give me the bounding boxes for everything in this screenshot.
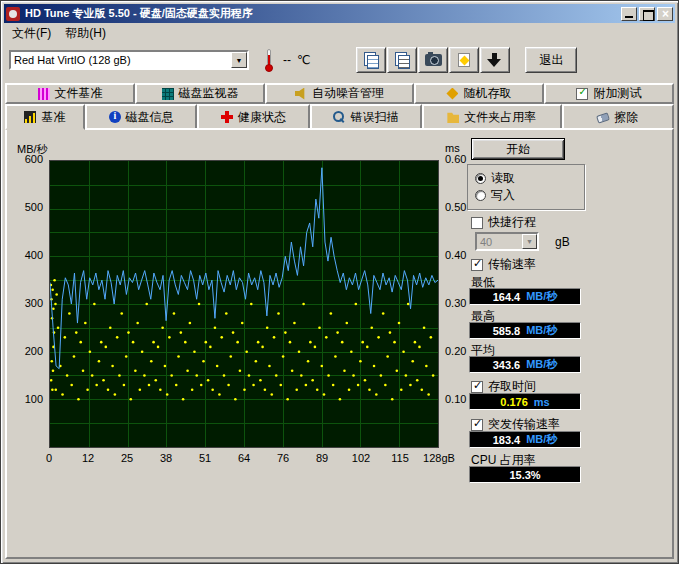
start-button[interactable]: 开始 [471, 138, 565, 160]
checkbox-box [471, 217, 483, 229]
tab-random-access[interactable]: 随机存取 [414, 83, 544, 104]
short-stroke-label: 快捷行程 [488, 214, 536, 231]
avg-speed-value: 343.6 MB/秒 [469, 356, 581, 373]
x-axis-tick: 115 [378, 452, 422, 464]
benchmark-plot [49, 160, 439, 448]
tab-row-secondary: 文件基准磁盘监视器自动噪音管理随机存取附加测试 [5, 83, 674, 104]
tab-erase[interactable]: 擦除 [562, 104, 674, 128]
chevron-down-icon[interactable] [231, 52, 247, 68]
error-scan-icon [333, 111, 345, 123]
menu-file[interactable]: 文件(F) [5, 24, 58, 43]
tab-label: 自动噪音管理 [312, 85, 384, 102]
export-button[interactable] [480, 47, 510, 73]
drive-select[interactable]: Red Hat VirtIO (128 gB) [9, 50, 249, 70]
disk-monitor-icon [162, 88, 174, 100]
minimize-button[interactable] [621, 7, 637, 21]
x-axis-tick: 102 [339, 452, 383, 464]
tab-label: 错误扫描 [350, 109, 398, 126]
screenshot-icon [458, 53, 470, 67]
extra-tests-icon [576, 88, 588, 100]
copy-text-button[interactable] [387, 47, 417, 73]
copy-text-icon [398, 55, 410, 69]
tab-extra-tests[interactable]: 附加测试 [544, 83, 674, 104]
folder-usage-icon [447, 111, 459, 123]
tab-label: 文件基准 [55, 85, 103, 102]
x-axis-tick: 25 [105, 452, 149, 464]
health-icon [221, 111, 233, 123]
write-radio[interactable]: 写入 [475, 187, 515, 204]
left-axis-tick: 500 [9, 201, 43, 213]
transfer-rate-checkbox[interactable]: 传输速率 [471, 256, 536, 273]
tab-label: 健康状态 [238, 109, 286, 126]
drive-select-value: Red Hat VirtIO (128 gB) [11, 54, 231, 66]
radio-dot [475, 173, 486, 184]
x-axis-tick: 89 [300, 452, 344, 464]
temperature-unit: ℃ [297, 53, 310, 67]
min-speed-value: 164.4 MB/秒 [469, 288, 581, 305]
disk-info-icon [109, 111, 121, 123]
close-button[interactable] [657, 7, 673, 21]
erase-icon [596, 112, 610, 123]
copy-image-icon [367, 55, 379, 69]
left-axis-tick: 300 [9, 297, 43, 309]
temperature-value: -- [283, 53, 291, 67]
short-stroke-unit: gB [555, 235, 570, 249]
tab-label: 磁盘监视器 [179, 85, 239, 102]
read-radio[interactable]: 读取 [475, 170, 515, 187]
thermometer-icon [263, 48, 275, 72]
tab-row-primary: 基准磁盘信息健康状态错误扫描文件夹占用率擦除 [5, 104, 674, 128]
tab-benchmark[interactable]: 基准 [5, 104, 85, 130]
tab-folder-usage[interactable]: 文件夹占用率 [422, 104, 562, 128]
benchmark-icon [24, 111, 36, 123]
benchmark-chart-svg [50, 161, 438, 447]
app-window: HD Tune 专业版 5.50 - 硬盘/固态硬盘实用程序 文件(F) 帮助(… [0, 0, 679, 564]
app-icon [6, 7, 20, 21]
random-access-icon [446, 88, 458, 100]
x-axis-tick: 76 [261, 452, 305, 464]
benchmark-page: MB/秒 ms 6005004003002001000.600.500.400.… [5, 128, 674, 559]
short-stroke-size-value: 40 [477, 236, 522, 248]
max-speed-value: 585.8 MB/秒 [469, 322, 581, 339]
tab-aam[interactable]: 自动噪音管理 [265, 83, 414, 104]
exit-button[interactable]: 退出 [525, 47, 577, 73]
screenshot-button[interactable] [449, 47, 479, 73]
x-axis-tick: 0 [27, 452, 71, 464]
chevron-down-icon[interactable] [522, 234, 537, 249]
tab-health[interactable]: 健康状态 [197, 104, 309, 128]
aam-icon [295, 88, 307, 100]
toolbar: Red Hat VirtIO (128 gB) -- ℃ 退出 [5, 43, 674, 77]
x-axis-tick: 64 [222, 452, 266, 464]
tab-file-benchmark[interactable]: 文件基准 [5, 83, 135, 104]
file-benchmark-icon [38, 88, 50, 100]
tab-label: 磁盘信息 [126, 109, 174, 126]
camera-button[interactable] [418, 47, 448, 73]
tab-label: 擦除 [614, 109, 638, 126]
checkbox-box [471, 259, 483, 271]
left-axis-tick: 100 [9, 393, 43, 405]
checkbox-box [471, 419, 483, 431]
short-stroke-size-select[interactable]: 40 [475, 232, 539, 251]
maximize-button[interactable] [639, 7, 655, 21]
chart-area: MB/秒 ms 6005004003002001000.600.500.400.… [9, 130, 465, 474]
left-axis-tick: 200 [9, 345, 43, 357]
tab-disk-monitor[interactable]: 磁盘监视器 [135, 83, 265, 104]
toolbar-buttons [356, 47, 511, 73]
short-stroke-checkbox[interactable]: 快捷行程 [471, 214, 536, 231]
menu-help[interactable]: 帮助(H) [58, 24, 113, 43]
left-axis-tick: 400 [9, 249, 43, 261]
x-axis-tick: 51 [183, 452, 227, 464]
radio-dot [475, 190, 486, 201]
title-bar: HD Tune 专业版 5.50 - 硬盘/固态硬盘实用程序 [4, 4, 675, 23]
x-axis-tick: 12 [66, 452, 110, 464]
tab-error-scan[interactable]: 错误扫描 [310, 104, 422, 128]
window-title: HD Tune 专业版 5.50 - 硬盘/固态硬盘实用程序 [25, 6, 619, 21]
tab-label: 基准 [41, 109, 65, 126]
checkbox-box [471, 381, 483, 393]
left-axis-tick: 600 [9, 153, 43, 165]
tab-disk-info[interactable]: 磁盘信息 [85, 104, 197, 128]
copy-image-button[interactable] [356, 47, 386, 73]
access-time-value: 0.176 ms [469, 393, 581, 410]
export-icon [487, 53, 503, 68]
tab-label: 随机存取 [463, 85, 511, 102]
x-axis-tick: 38 [144, 452, 188, 464]
